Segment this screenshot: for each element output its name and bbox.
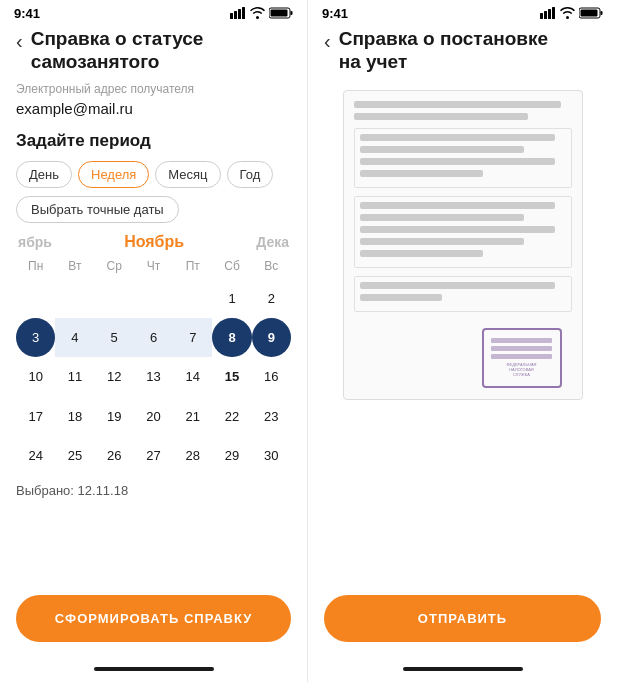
- stamp-line: [491, 354, 552, 359]
- email-value: example@mail.ru: [16, 100, 291, 117]
- next-month-label: Дека: [256, 234, 289, 250]
- back-button-right[interactable]: ‹: [324, 30, 331, 53]
- cal-cell-9[interactable]: 9: [252, 318, 291, 357]
- cal-cell-22[interactable]: 22: [212, 396, 251, 435]
- battery-icon-right: [579, 7, 603, 19]
- doc-line: [360, 294, 442, 301]
- stamp-area: ФЕДЕРАЛЬНАЯНАЛОГОВАЯСЛУЖБА: [354, 328, 572, 388]
- doc-line: [360, 250, 484, 257]
- cal-cell-30[interactable]: 30: [252, 436, 291, 475]
- pill-week[interactable]: Неделя: [78, 161, 149, 188]
- home-indicator-right: [308, 662, 617, 682]
- wifi-icon-right: [560, 7, 575, 19]
- right-panel: 9:41 ‹ Справка о постановкена учет: [308, 0, 617, 682]
- header-left: ‹ Справка о статусесамозанятого: [0, 24, 307, 82]
- wd-fri: Пт: [173, 257, 212, 275]
- cal-cell-21[interactable]: 21: [173, 396, 212, 435]
- right-content: ФЕДЕРАЛЬНАЯНАЛОГОВАЯСЛУЖБА: [308, 82, 617, 583]
- doc-line: [360, 158, 556, 165]
- status-bar-left: 9:41: [0, 0, 307, 24]
- wd-sat: Сб: [212, 257, 251, 275]
- cal-cell-29[interactable]: 29: [212, 436, 251, 475]
- cal-cell-16[interactable]: 16: [252, 357, 291, 396]
- cal-cell-23[interactable]: 23: [252, 396, 291, 435]
- signal-icon-right: [540, 7, 556, 19]
- cal-cell-14[interactable]: 14: [173, 357, 212, 396]
- time-right: 9:41: [322, 6, 348, 21]
- current-month-label: Ноябрь: [124, 233, 184, 251]
- cal-cell: [173, 279, 212, 318]
- svg-rect-13: [581, 10, 598, 17]
- cal-cell-24[interactable]: 24: [16, 436, 55, 475]
- stamp-line: [491, 338, 552, 343]
- document-stamp: ФЕДЕРАЛЬНАЯНАЛОГОВАЯСЛУЖБА: [482, 328, 562, 388]
- cal-cell-19[interactable]: 19: [95, 396, 134, 435]
- doc-section: [354, 128, 572, 188]
- doc-section-2: [354, 196, 572, 268]
- pill-year[interactable]: Год: [227, 161, 274, 188]
- cal-cell-10[interactable]: 10: [16, 357, 55, 396]
- cal-cell-15[interactable]: 15: [212, 357, 251, 396]
- svg-rect-9: [548, 9, 551, 19]
- time-left: 9:41: [14, 6, 40, 21]
- period-pills: День Неделя Месяц Год: [16, 161, 291, 188]
- doc-line: [360, 170, 484, 177]
- cal-cell-17[interactable]: 17: [16, 396, 55, 435]
- submit-button-right[interactable]: ОТПРАВИТЬ: [324, 595, 601, 642]
- wd-thu: Чт: [134, 257, 173, 275]
- cal-cell-5[interactable]: 5: [95, 318, 134, 357]
- cal-cell-28[interactable]: 28: [173, 436, 212, 475]
- cal-cell-12[interactable]: 12: [95, 357, 134, 396]
- page-title-left: Справка о статусесамозанятого: [31, 28, 204, 74]
- doc-section-3: [354, 276, 572, 312]
- pill-month[interactable]: Месяц: [155, 161, 220, 188]
- cal-cell: [16, 279, 55, 318]
- cal-cell-26[interactable]: 26: [95, 436, 134, 475]
- weekday-headers: Пн Вт Ср Чт Пт Сб Вс: [16, 257, 291, 275]
- cal-cell-20[interactable]: 20: [134, 396, 173, 435]
- svg-rect-1: [234, 11, 237, 19]
- selected-info: Выбрано: 12.11.18: [16, 483, 291, 498]
- cal-cell-7[interactable]: 7: [173, 318, 212, 357]
- signal-icon: [230, 7, 246, 19]
- stamp-line: [491, 346, 552, 351]
- battery-icon: [269, 7, 293, 19]
- stamp-text: ФЕДЕРАЛЬНАЯНАЛОГОВАЯСЛУЖБА: [507, 362, 537, 378]
- back-button-left[interactable]: ‹: [16, 30, 23, 53]
- content-left: Электронный адрес получателя example@mai…: [0, 82, 307, 595]
- cal-cell-13[interactable]: 13: [134, 357, 173, 396]
- cal-cell-6[interactable]: 6: [134, 318, 173, 357]
- doc-line: [360, 226, 556, 233]
- cal-cell-2[interactable]: 2: [252, 279, 291, 318]
- pill-day[interactable]: День: [16, 161, 72, 188]
- cal-cell-27[interactable]: 27: [134, 436, 173, 475]
- cal-cell-1[interactable]: 1: [212, 279, 251, 318]
- email-label: Электронный адрес получателя: [16, 82, 291, 96]
- cal-cell-3[interactable]: 3: [16, 318, 55, 357]
- wd-sun: Вс: [252, 257, 291, 275]
- cal-cell-8[interactable]: 8: [212, 318, 251, 357]
- doc-line: [360, 146, 525, 153]
- cal-cell-11[interactable]: 11: [55, 357, 94, 396]
- doc-line: [354, 113, 528, 120]
- doc-line: [360, 214, 525, 221]
- cal-cell-25[interactable]: 25: [55, 436, 94, 475]
- svg-rect-0: [230, 13, 233, 19]
- document-preview: ФЕДЕРАЛЬНАЯНАЛОГОВАЯСЛУЖБА: [343, 90, 583, 400]
- header-right: ‹ Справка о постановкена учет: [308, 24, 617, 82]
- svg-rect-6: [271, 10, 288, 17]
- cal-cell: [55, 279, 94, 318]
- status-icons-right: [540, 7, 603, 19]
- svg-rect-12: [601, 11, 603, 15]
- svg-rect-8: [544, 11, 547, 19]
- doc-line: [360, 134, 556, 141]
- left-panel: 9:41 ‹ Справка о статусесамозанятого: [0, 0, 308, 682]
- doc-line: [354, 101, 561, 108]
- calendar-months-row: ябрь Ноябрь Дека: [16, 233, 291, 251]
- cal-cell-4[interactable]: 4: [55, 318, 94, 357]
- status-bar-right: 9:41: [308, 0, 617, 24]
- cal-cell-18[interactable]: 18: [55, 396, 94, 435]
- submit-button-left[interactable]: СФОРМИРОВАТЬ СПРАВКУ: [16, 595, 291, 642]
- doc-line: [360, 282, 556, 289]
- choose-dates-button[interactable]: Выбрать точные даты: [16, 196, 179, 223]
